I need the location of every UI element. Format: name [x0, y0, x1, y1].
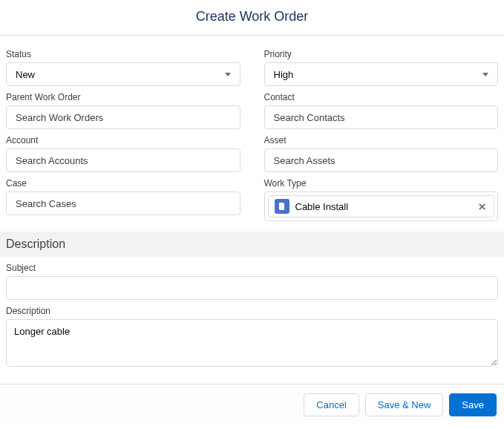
case-placeholder: Search Cases: [16, 198, 76, 209]
chevron-down-icon: [482, 73, 488, 76]
cancel-button[interactable]: Cancel: [304, 393, 359, 416]
description-textarea[interactable]: [6, 319, 498, 367]
status-value: New: [16, 69, 35, 80]
close-icon[interactable]: [476, 200, 488, 212]
case-lookup[interactable]: Search Cases: [6, 191, 240, 215]
case-label: Case: [6, 178, 240, 189]
parent-work-order-label: Parent Work Order: [6, 92, 240, 102]
account-lookup[interactable]: Search Accounts: [6, 148, 240, 172]
account-placeholder: Search Accounts: [16, 155, 88, 166]
asset-placeholder: Search Assets: [274, 155, 336, 166]
work-type-lookup[interactable]: Cable Install: [264, 191, 499, 221]
subject-input[interactable]: [6, 276, 498, 300]
save-and-new-button[interactable]: Save & New: [365, 393, 444, 416]
priority-combobox[interactable]: High: [264, 62, 499, 86]
dialog-title: Create Work Order: [0, 0, 504, 35]
dialog-footer: Cancel Save & New Save: [0, 384, 504, 422]
priority-value: High: [274, 69, 294, 80]
work-type-pill: Cable Install: [268, 195, 495, 217]
work-type-icon: [275, 199, 289, 214]
description-section-header: Description: [0, 232, 504, 257]
save-button[interactable]: Save: [449, 393, 497, 416]
form-body: Status New Priority High Parent Work Ord…: [0, 36, 504, 384]
asset-lookup[interactable]: Search Assets: [264, 148, 499, 172]
contact-label: Contact: [264, 92, 499, 102]
contact-lookup[interactable]: Search Contacts: [264, 105, 499, 129]
work-type-label: Work Type: [264, 178, 499, 189]
status-label: Status: [6, 49, 240, 59]
account-label: Account: [6, 135, 240, 145]
contact-placeholder: Search Contacts: [274, 112, 345, 123]
priority-label: Priority: [264, 49, 499, 59]
asset-label: Asset: [264, 135, 499, 145]
subject-label: Subject: [6, 263, 498, 273]
chevron-down-icon: [225, 73, 231, 76]
work-type-pill-label: Cable Install: [295, 201, 471, 212]
description-label: Description: [6, 306, 498, 316]
status-combobox[interactable]: New: [6, 62, 240, 86]
parent-work-order-lookup[interactable]: Search Work Orders: [6, 105, 240, 129]
parent-work-order-placeholder: Search Work Orders: [16, 112, 103, 123]
